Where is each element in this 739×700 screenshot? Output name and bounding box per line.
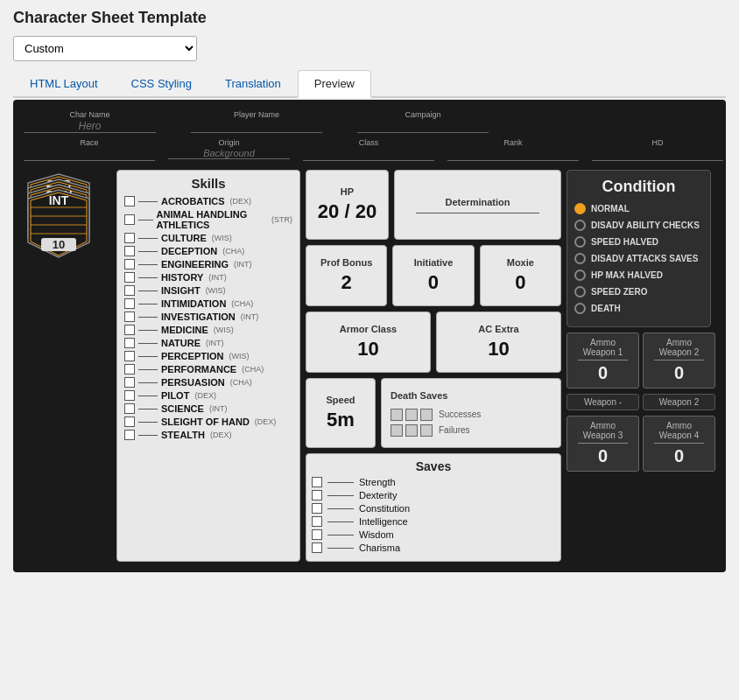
skill-checkbox-nature[interactable] [124, 338, 135, 348]
death-save-success-1[interactable] [391, 409, 403, 421]
condition-speed-zero[interactable]: SPEED ZERO [574, 286, 703, 298]
stats-column: 10 STR 10 DEX [24, 170, 111, 562]
skill-attr: (WIS) [229, 352, 250, 360]
speed-title: Speed [326, 395, 355, 405]
player-name-label: Player Name [234, 110, 279, 119]
condition-disadv-ability[interactable]: DISADV ABILITY CHECKS [574, 220, 703, 231]
save-checkbox-intelligence[interactable] [312, 516, 322, 527]
skill-checkbox-investigation[interactable] [124, 312, 135, 322]
skill-attr: (DEX) [255, 417, 277, 426]
condition-radio-disadv-ability[interactable] [574, 220, 586, 231]
skill-row: ENGINEERING (INT) [124, 259, 292, 270]
condition-death[interactable]: DEATH [574, 303, 703, 314]
hp-card: HP 20 / 20 [306, 170, 389, 240]
save-line [327, 535, 354, 536]
prof-bonus-title: Prof Bonus [320, 257, 372, 268]
skills-panel: Skills ACROBATICS (DEX) ANIMAL HANDLING … [116, 170, 300, 562]
campaign-input[interactable] [357, 120, 489, 133]
condition-label-speed-zero: SPEED ZERO [591, 287, 647, 297]
save-row-charisma: Charisma [312, 542, 555, 553]
condition-speed-halved[interactable]: SPEED HALVED [574, 236, 703, 248]
skill-attr: (CHA) [231, 299, 253, 308]
tab-preview[interactable]: Preview [298, 70, 371, 98]
save-line [327, 522, 354, 522]
ammo-weapon-2-value: 0 [674, 363, 684, 383]
skill-name: HISTORY [161, 272, 203, 283]
condition-hp-max-halved[interactable]: HP MAX HALVED [574, 270, 703, 281]
skill-name: ANIMAL HANDLING ATHLETICS [157, 209, 266, 230]
template-dropdown[interactable]: Custom [13, 36, 197, 61]
condition-radio-speed-halved[interactable] [574, 236, 586, 248]
svg-text:10: 10 [53, 238, 65, 251]
save-checkbox-wisdom[interactable] [312, 529, 322, 540]
condition-radio-death[interactable] [574, 303, 586, 314]
skill-mod [138, 220, 153, 220]
skill-checkbox-persuasion[interactable] [124, 377, 135, 388]
skill-checkbox-insight[interactable] [124, 285, 135, 296]
skill-checkbox-history[interactable] [124, 272, 135, 283]
save-checkbox-dexterity[interactable] [312, 490, 322, 500]
skill-checkbox-deception[interactable] [124, 246, 135, 256]
hd-input[interactable] [592, 148, 723, 161]
skill-checkbox-performance[interactable] [124, 364, 135, 374]
speed-card: Speed 5m [306, 378, 376, 448]
death-save-failure-3[interactable] [420, 424, 433, 437]
death-save-failure-1[interactable] [391, 424, 403, 437]
skill-row: PERSUASION (CHA) [124, 377, 292, 388]
rank-input[interactable] [447, 148, 579, 161]
saves-card: Saves Strength Dexterity Consti [306, 453, 561, 562]
skill-name: SLEIGHT OF HAND [161, 416, 250, 427]
skill-row: INVESTIGATION (INT) [124, 312, 292, 322]
skill-checkbox-stealth[interactable] [124, 430, 135, 440]
condition-disadv-attacks[interactable]: DISADV ATTACKS SAVES [574, 253, 703, 264]
skill-checkbox-sleight[interactable] [124, 416, 135, 427]
condition-label-death: DEATH [591, 304, 621, 313]
skill-checkbox-animal[interactable] [124, 214, 135, 225]
condition-radio-normal[interactable] [574, 203, 586, 214]
skill-mod [138, 369, 158, 370]
tab-translation[interactable]: Translation [208, 70, 298, 98]
skill-row: INSIGHT (WIS) [124, 285, 292, 296]
skill-row: PERFORMANCE (CHA) [124, 364, 292, 374]
condition-radio-disadv-attacks[interactable] [574, 253, 586, 264]
skill-checkbox-science[interactable] [124, 403, 135, 414]
skill-mod [138, 251, 158, 252]
determination-card: Determination [394, 170, 561, 240]
condition-normal[interactable]: NORMAL [574, 203, 703, 214]
ammo-weapon-2-title: AmmoWeapon 2 [659, 338, 699, 357]
skill-mod [138, 317, 158, 318]
save-checkbox-strength[interactable] [312, 477, 322, 487]
death-save-success-3[interactable] [420, 409, 433, 421]
skill-name: CULTURE [161, 233, 207, 243]
char-name-input[interactable] [24, 120, 156, 133]
skill-checkbox-acrobatics[interactable] [124, 196, 135, 206]
condition-label-hp-max-halved: HP MAX HALVED [591, 270, 663, 280]
death-save-success-2[interactable] [405, 409, 418, 421]
condition-radio-hp-max-halved[interactable] [574, 270, 586, 281]
skill-checkbox-culture[interactable] [124, 233, 135, 243]
death-save-failure-2[interactable] [405, 424, 418, 437]
race-input[interactable] [24, 148, 155, 161]
skill-checkbox-perception[interactable] [124, 351, 135, 361]
class-input[interactable] [303, 148, 434, 161]
skill-checkbox-intimidation[interactable] [124, 298, 135, 309]
skill-attr: (INT) [209, 404, 228, 413]
condition-radio-speed-zero[interactable] [574, 286, 586, 298]
determination-title: Determination [446, 197, 510, 207]
save-name-dexterity: Dexterity [359, 490, 397, 500]
skill-checkbox-engineering[interactable] [124, 259, 135, 270]
tab-css-styling[interactable]: CSS Styling [115, 70, 208, 98]
skill-attr: (CHA) [222, 247, 244, 256]
skill-checkbox-medicine[interactable] [124, 325, 135, 335]
player-name-input[interactable] [191, 120, 322, 133]
save-checkbox-constitution[interactable] [312, 503, 322, 514]
origin-input[interactable] [168, 148, 290, 159]
death-saves-card: Death Saves Successes Failures [381, 378, 561, 448]
tab-html-layout[interactable]: HTML Layout [13, 70, 115, 98]
hp-title: HP [341, 186, 354, 197]
save-name-charisma: Charisma [359, 542, 400, 553]
skill-row: ACROBATICS (DEX) [124, 196, 292, 206]
save-checkbox-charisma[interactable] [312, 542, 322, 553]
skill-checkbox-pilot[interactable] [124, 390, 135, 401]
save-name-constitution: Constitution [359, 503, 410, 514]
